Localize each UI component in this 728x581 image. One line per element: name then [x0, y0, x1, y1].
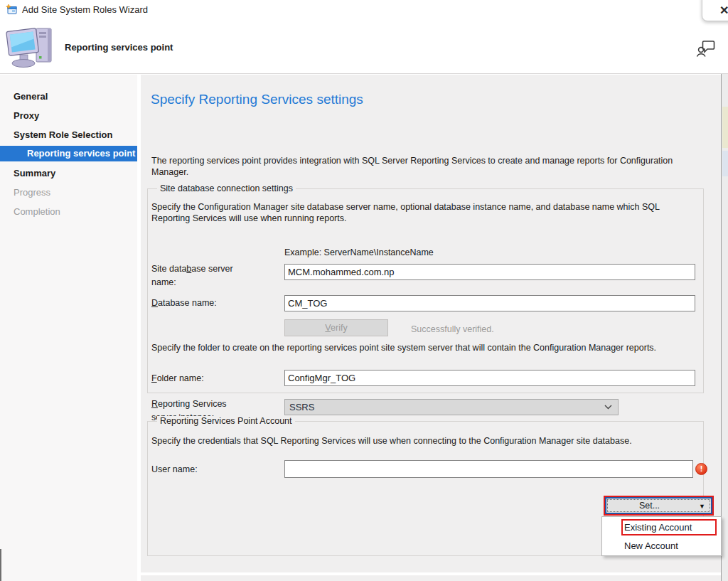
computer-icon: [6, 24, 58, 70]
existing-account-annotation-box: [621, 519, 717, 535]
folder-name-input[interactable]: [284, 370, 695, 386]
sidebar-item-system-role-selection[interactable]: System Role Selection: [0, 125, 137, 144]
right-edge-strip: [721, 74, 728, 581]
menu-item-new-account[interactable]: New Account: [602, 538, 721, 555]
wizard-steps-sidebar: General Proxy System Role Selection Repo…: [0, 75, 137, 581]
db-settings-description: Specify the Configuration Manager site d…: [151, 201, 683, 225]
sidebar-item-proxy[interactable]: Proxy: [0, 106, 137, 125]
database-name-input[interactable]: [284, 295, 695, 311]
example-label: Example: ServerName\InstanceName: [284, 247, 434, 258]
chevron-down-icon: [604, 405, 612, 410]
folder-note: Specify the folder to create on the repo…: [151, 342, 700, 353]
close-icon: ✕: [719, 4, 728, 17]
page-title: Specify Reporting Services settings: [151, 92, 363, 107]
wizard-page: Specify Reporting Services settings The …: [141, 75, 721, 581]
role-title: Reporting services point: [65, 42, 173, 53]
site-server-label: Site database server name:: [151, 262, 255, 290]
set-button[interactable]: Set... ▼: [605, 497, 712, 514]
sidebar-item-progress: Progress: [0, 183, 137, 202]
set-annotation-box: Set... ▼: [604, 496, 714, 516]
sidebar-item-summary[interactable]: Summary: [0, 164, 137, 183]
account-description: Specify the credentials that SQL Reporti…: [151, 435, 692, 447]
dropdown-arrow-icon: ▼: [699, 503, 705, 510]
wizard-header: Reporting services point: [0, 20, 728, 74]
wizard-window: Add Site System Roles Wizard ✕: [0, 0, 728, 581]
error-icon: !: [695, 463, 707, 475]
verify-status: Successfully verified.: [411, 324, 494, 335]
folder-name-label: Folder name:: [151, 372, 272, 385]
site-server-input[interactable]: [284, 264, 695, 280]
user-name-input[interactable]: [284, 460, 693, 478]
db-settings-legend: Site database connection settings: [157, 183, 296, 193]
window-title: Add Site System Roles Wizard: [22, 4, 148, 15]
sidebar-item-general[interactable]: General: [0, 87, 137, 106]
sidebar-item-completion: Completion: [0, 202, 137, 221]
account-menu: Existing Account New Account: [601, 516, 722, 556]
close-button[interactable]: ✕: [702, 0, 728, 21]
account-legend: Reporting Services Point Account: [157, 416, 295, 426]
intro-text: The reporting services point provides in…: [151, 155, 700, 178]
bottom-separator: [141, 572, 721, 575]
database-name-label: Database name:: [151, 297, 272, 310]
ssrs-instance-select[interactable]: SSRS: [284, 399, 619, 415]
title-bar: Add Site System Roles Wizard: [0, 0, 728, 20]
user-name-label: User name:: [151, 463, 198, 476]
wizard-icon: [6, 4, 18, 16]
feedback-icon[interactable]: [696, 39, 716, 58]
verify-button[interactable]: Verify: [284, 319, 388, 336]
sidebar-item-reporting-services-point[interactable]: Reporting services point: [0, 146, 137, 161]
left-edge-sliver: [0, 549, 1, 581]
